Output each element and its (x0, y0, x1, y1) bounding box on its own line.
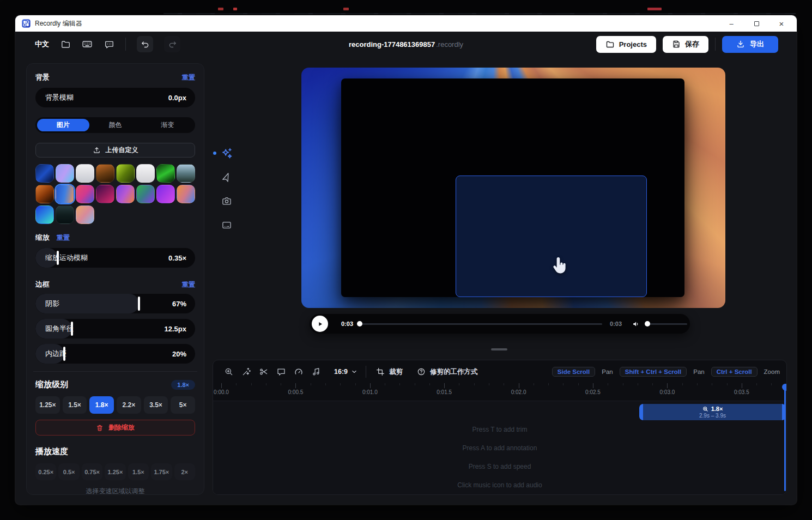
seek-bar[interactable] (360, 323, 602, 325)
timeline-zoom-in-icon[interactable] (224, 367, 234, 377)
ruler-minor-tick (281, 383, 281, 385)
volume-speaker-icon[interactable] (632, 319, 641, 329)
caption-card-tool[interactable] (220, 219, 233, 232)
zoom-reset-button[interactable]: 重置 (57, 233, 70, 243)
wallpaper-thumb-3[interactable] (76, 164, 94, 183)
magic-wand-icon[interactable] (241, 367, 251, 377)
crop-button[interactable]: 裁剪 (376, 367, 403, 377)
playhead-line[interactable] (784, 389, 786, 491)
speed-option-1.25×[interactable]: 1.25× (105, 463, 125, 480)
minimize-button[interactable]: – (727, 19, 736, 28)
speed-option-0.5×[interactable]: 0.5× (58, 463, 79, 480)
background-section-title: 背景 (35, 72, 50, 82)
zoom-level-option-3.5×[interactable]: 3.5× (144, 396, 168, 414)
wallpaper-thumb-16[interactable] (177, 185, 195, 203)
help-circle-icon (417, 367, 426, 376)
maximize-button[interactable] (752, 19, 761, 28)
video-preview-canvas[interactable] (301, 68, 725, 308)
wallpaper-thumb-13[interactable] (116, 185, 135, 203)
zoom-motion-blur-slider[interactable]: 缩放运动模糊0.35× (35, 248, 195, 268)
close-button[interactable]: × (777, 19, 786, 28)
ruler-minor-tick (311, 383, 311, 385)
wallpaper-thumb-2[interactable] (56, 164, 74, 183)
zoom-segment[interactable]: 1.8× 2.9s – 3.9s (639, 404, 786, 420)
trim-help-label: 修剪的工作方式 (430, 367, 478, 377)
speed-hint-text: 选择变速区域以调整 (35, 487, 195, 495)
play-button[interactable] (312, 316, 328, 332)
speed-gauge-icon[interactable] (294, 367, 304, 377)
screenshot-camera-tool[interactable] (220, 195, 233, 208)
wallpaper-thumb-11[interactable] (76, 185, 94, 203)
shortcut-action: Zoom (764, 368, 780, 375)
wallpaper-thumb-7[interactable] (156, 164, 175, 183)
auto-zoom-sparkles-tool[interactable] (220, 147, 233, 160)
border-slider-2[interactable]: 圆角半径12.5px (35, 319, 195, 338)
cursor-tool[interactable] (220, 171, 233, 184)
speed-option-0.25×[interactable]: 0.25× (35, 463, 56, 480)
background-blur-slider[interactable]: 背景模糊0.0px (35, 88, 195, 107)
speed-option-1.75×[interactable]: 1.75× (151, 463, 172, 480)
ruler-major-tick (444, 383, 445, 388)
timeline-ruler[interactable]: 0:00.00:00.50:01.00:01.50:02.00:02.50:03… (213, 383, 786, 401)
music-audio-icon[interactable] (311, 367, 321, 377)
upload-custom-button[interactable]: 上传自定义 (35, 143, 195, 158)
border-reset-button[interactable]: 重置 (182, 280, 195, 289)
tab-color[interactable]: 颜色 (89, 119, 142, 131)
export-button[interactable]: 导出 (722, 36, 778, 53)
wallpaper-thumb-10[interactable] (56, 185, 74, 203)
trim-help-button[interactable]: 修剪的工作方式 (417, 367, 478, 377)
zoom-level-option-5×[interactable]: 5× (171, 396, 195, 414)
zoom-level-option-1.5×[interactable]: 1.5× (63, 396, 87, 414)
top-toolbar: 中文 recording-17748613698 (15, 32, 797, 57)
wallpaper-thumb-19[interactable] (76, 205, 94, 224)
keyboard-shortcuts-icon[interactable] (82, 39, 93, 50)
wallpaper-thumb-15[interactable] (156, 185, 175, 203)
shortcut-keys: Side Scroll (552, 367, 595, 377)
redo-button[interactable] (164, 36, 180, 52)
background-reset-button[interactable]: 重置 (182, 73, 195, 82)
wallpaper-thumb-1[interactable] (35, 164, 54, 183)
wallpaper-thumb-12[interactable] (96, 185, 114, 203)
volume-slider[interactable] (647, 323, 687, 325)
aspect-ratio-dropdown[interactable]: 16:9 (334, 368, 358, 376)
scissors-trim-icon[interactable] (259, 367, 269, 377)
feedback-chat-icon[interactable] (104, 39, 114, 50)
title-bar[interactable]: Recordly 编辑器 – × (15, 15, 797, 32)
app-logo-icon (22, 19, 31, 28)
zoom-level-option-2.2×[interactable]: 2.2× (117, 396, 141, 414)
speed-option-0.75×[interactable]: 0.75× (82, 463, 102, 480)
tab-image[interactable]: 图片 (37, 119, 89, 131)
wallpaper-thumb-18[interactable] (56, 205, 74, 224)
border-slider-1[interactable]: 阴影67% (35, 294, 195, 313)
annotation-bubble-icon[interactable] (276, 367, 286, 377)
projects-button[interactable]: Projects (596, 36, 656, 53)
tab-gradient[interactable]: 渐变 (141, 119, 193, 131)
ruler-label-0:02.0: 0:02.0 (511, 389, 526, 395)
panel-resize-handle[interactable] (491, 348, 507, 350)
border-slider-3[interactable]: 内边距20% (35, 344, 195, 364)
ruler-minor-tick (623, 383, 623, 385)
open-folder-icon[interactable] (60, 39, 71, 50)
seek-handle[interactable] (357, 321, 362, 326)
wallpaper-thumb-9[interactable] (35, 185, 54, 203)
speed-option-1.5×[interactable]: 1.5× (128, 463, 149, 480)
zoom-level-option-1.8×[interactable]: 1.8× (89, 396, 114, 414)
hand-pointer-cursor (549, 255, 568, 277)
undo-button[interactable] (137, 36, 153, 52)
wallpaper-thumb-8[interactable] (177, 164, 195, 183)
wallpaper-thumb-4[interactable] (96, 164, 114, 183)
timeline-hint-3: Press S to add speed (469, 463, 531, 470)
zoom-level-option-1.25×[interactable]: 1.25× (35, 396, 60, 414)
zoom-region-selection[interactable] (456, 176, 647, 297)
wallpaper-thumb-14[interactable] (136, 185, 155, 203)
wallpaper-thumb-6[interactable] (136, 164, 155, 183)
wallpaper-thumb-5[interactable] (116, 164, 135, 183)
language-switch[interactable]: 中文 (35, 39, 49, 49)
delete-zoom-button[interactable]: 删除缩放 (35, 420, 195, 436)
save-button[interactable]: 保存 (663, 36, 708, 53)
border-section-title: 边框 (35, 280, 50, 289)
wallpaper-thumb-17[interactable] (35, 205, 54, 224)
speed-option-2×[interactable]: 2× (174, 463, 195, 480)
volume-handle[interactable] (645, 321, 650, 326)
background-artifact (233, 8, 237, 10)
